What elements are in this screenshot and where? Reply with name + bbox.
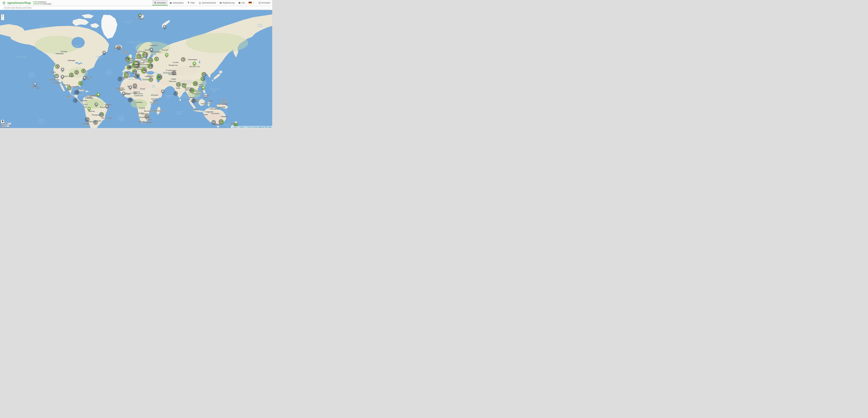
cluster-count: 8 bbox=[81, 69, 86, 73]
sensebox-pin-hawaii[interactable] bbox=[33, 82, 37, 87]
mapbox-link[interactable]: © Mapbox bbox=[238, 126, 245, 128]
cluster-marker[interactable]: 79 bbox=[136, 54, 142, 59]
cluster-marker[interactable]: 4 bbox=[69, 72, 73, 77]
cluster-marker[interactable]: 4 bbox=[73, 98, 78, 103]
cluster-marker[interactable]: 27 bbox=[124, 72, 129, 77]
nav-tab-datendownload[interactable]: Datendownload bbox=[197, 0, 218, 5]
cluster-count: 238 bbox=[156, 74, 162, 80]
sensebox-pin-mongolia[interactable] bbox=[193, 62, 196, 66]
zoom-in-button[interactable]: + bbox=[1, 14, 4, 18]
cluster-marker[interactable]: 8 bbox=[55, 64, 60, 69]
cluster-marker[interactable]: 3 bbox=[212, 120, 216, 125]
sensebox-pin-bolivia[interactable] bbox=[88, 107, 91, 111]
cluster-marker[interactable]: 19 bbox=[219, 119, 224, 124]
cluster-marker[interactable]: 10 bbox=[193, 81, 198, 86]
brand[interactable]: openSenseMap bbox=[0, 0, 32, 5]
sensebox-pin-yekaterinburg[interactable] bbox=[165, 53, 168, 58]
sensebox-pin-greenland-south[interactable] bbox=[102, 51, 106, 55]
geolocate-button[interactable] bbox=[1, 120, 4, 123]
sensebox-pin-philippines[interactable] bbox=[202, 86, 205, 90]
header-stats: 6700senseBoxen 4744137734Messungen bbox=[33, 0, 52, 5]
cluster-marker[interactable]: 2 bbox=[181, 57, 185, 62]
improve-map-link[interactable]: Improve this map bbox=[258, 126, 271, 128]
cluster-marker[interactable]: 24 bbox=[134, 74, 139, 79]
cluster-count: 11 bbox=[176, 82, 181, 87]
info-icon bbox=[238, 2, 241, 4]
nav-tab-interpolation[interactable]: Interpolation bbox=[168, 0, 186, 5]
cluster-count: 79 bbox=[136, 54, 142, 59]
cluster-marker[interactable]: 107 bbox=[142, 52, 148, 58]
cluster-marker[interactable]: 2 bbox=[145, 114, 149, 119]
cluster-count: 6 bbox=[149, 77, 153, 82]
cluster-marker[interactable]: 3 bbox=[74, 70, 79, 74]
cluster-marker[interactable]: 6 bbox=[154, 57, 159, 61]
nav-anmelden[interactable]: Anmelden bbox=[256, 0, 272, 5]
leaflet-link[interactable]: Leaflet bbox=[232, 126, 237, 128]
cluster-marker[interactable]: 3 bbox=[191, 98, 196, 103]
cluster-marker[interactable]: 2 bbox=[67, 86, 71, 90]
cluster-count: 23 bbox=[99, 112, 104, 117]
cluster-marker[interactable]: 10 bbox=[74, 90, 79, 95]
cluster-marker[interactable]: 109 bbox=[148, 63, 153, 69]
sensebox-pin-svalbard[interactable] bbox=[138, 13, 142, 18]
cluster-marker[interactable]: 11 bbox=[176, 82, 181, 87]
cluster-marker[interactable]: 2 bbox=[133, 83, 137, 88]
sensebox-pin-mali[interactable] bbox=[129, 86, 132, 90]
location-pin-icon bbox=[2, 120, 4, 123]
cluster-marker[interactable]: 3 bbox=[174, 91, 178, 95]
barcode-icon bbox=[220, 2, 222, 4]
nav-tab-info[interactable]: Info bbox=[237, 0, 247, 5]
download-icon bbox=[199, 2, 201, 4]
cluster-count: 6 bbox=[93, 120, 98, 125]
sensebox-pin-arizona[interactable] bbox=[61, 75, 64, 80]
sensebox-pin-us-east[interactable] bbox=[83, 76, 86, 81]
sensebox-pin-arkhangelsk[interactable] bbox=[150, 48, 153, 53]
cluster-marker[interactable]: 3 bbox=[118, 77, 122, 81]
nav-tab-erkunden[interactable]: Erkunden bbox=[152, 0, 168, 5]
cluster-marker[interactable]: 238 bbox=[156, 74, 162, 80]
sign-in-icon bbox=[258, 2, 260, 4]
cluster-marker[interactable]: 15 bbox=[202, 72, 207, 77]
language-menu[interactable]: ▼ bbox=[247, 0, 256, 5]
sensebox-pin-guinea[interactable] bbox=[122, 92, 125, 96]
nav-tab-filter[interactable]: Filter bbox=[186, 0, 197, 5]
cluster-marker[interactable]: 85 bbox=[132, 69, 137, 74]
cluster-marker[interactable]: 7 bbox=[54, 74, 59, 78]
cluster-count: 48 bbox=[125, 56, 130, 62]
cluster-marker[interactable]: 48 bbox=[125, 56, 130, 62]
cluster-count: 2 bbox=[85, 117, 90, 122]
opensensemap-app: openSenseMap 6700senseBoxen 4744137734Me… bbox=[0, 0, 272, 128]
cloud-icon bbox=[169, 2, 172, 4]
cluster-marker[interactable]: 5399 bbox=[132, 60, 140, 68]
sensebox-pin-suriname[interactable] bbox=[97, 93, 100, 97]
cluster-marker[interactable]: 26 bbox=[128, 97, 133, 102]
sensebox-pin-recife[interactable] bbox=[105, 104, 109, 109]
cluster-marker[interactable]: 8 bbox=[81, 69, 86, 73]
search-input[interactable] bbox=[3, 6, 270, 9]
cluster-marker[interactable]: 19 bbox=[127, 65, 131, 70]
sensebox-pin-idaho[interactable] bbox=[61, 67, 64, 72]
cluster-marker[interactable]: 2 bbox=[117, 46, 121, 50]
cluster-count: 3 bbox=[200, 77, 205, 81]
sensebox-pin-persian-gulf[interactable] bbox=[161, 89, 164, 94]
cluster-marker[interactable]: 44 bbox=[148, 58, 153, 63]
cluster-marker[interactable]: 56 bbox=[189, 88, 195, 93]
cluster-marker[interactable]: 2 bbox=[78, 81, 83, 86]
sensebox-pin-novaya-zemlya[interactable] bbox=[163, 25, 166, 30]
cluster-marker[interactable]: 6 bbox=[149, 77, 153, 82]
cluster-marker[interactable]: 23 bbox=[99, 112, 104, 117]
cluster-marker[interactable]: 3 bbox=[200, 77, 205, 81]
cluster-marker[interactable]: 239 bbox=[141, 67, 147, 73]
osm-link[interactable]: © OpenStreetMap bbox=[245, 126, 258, 128]
sensebox-pin-brazil-central[interactable] bbox=[95, 102, 98, 107]
cluster-marker[interactable]: 5 bbox=[172, 71, 176, 75]
map-canvas[interactable]: Arctic OceanArctic OceanNorth Pacific Oc… bbox=[0, 10, 272, 128]
cluster-marker[interactable]: 2 bbox=[182, 83, 186, 88]
zoom-out-button[interactable]: − bbox=[1, 18, 4, 20]
cluster-count: 3 bbox=[212, 120, 216, 125]
cluster-marker[interactable]: 2 bbox=[85, 117, 90, 122]
nav-tab-registrierung[interactable]: Registrierung bbox=[218, 0, 237, 5]
cluster-marker[interactable]: 6 bbox=[93, 120, 98, 125]
cluster-count: 24 bbox=[134, 74, 139, 79]
cluster-count: 4 bbox=[73, 98, 78, 103]
